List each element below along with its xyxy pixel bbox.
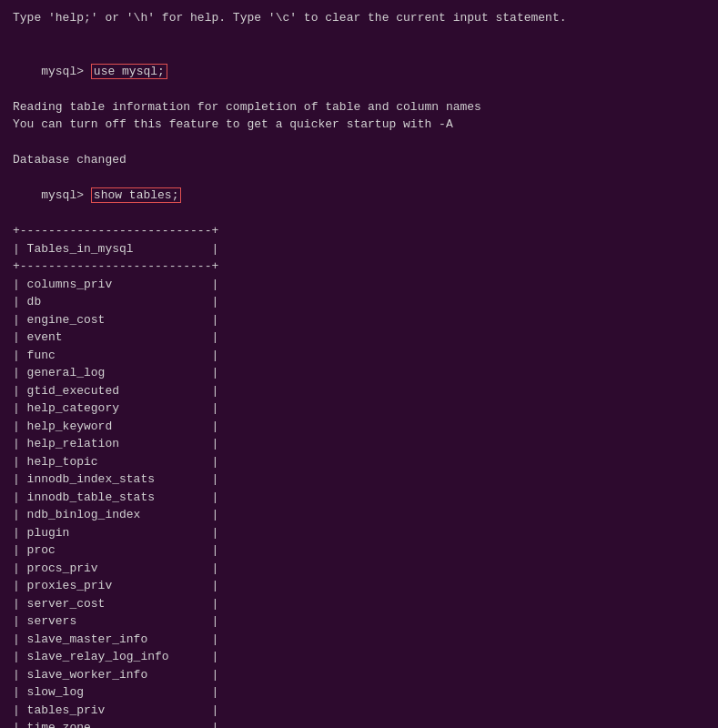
table-row: | help_category | [13, 399, 705, 418]
header-line: Type 'help;' or '\h' for help. Type '\c'… [13, 9, 705, 27]
prompt-line-2: mysql> show tables; [13, 169, 705, 223]
col-header: | Tables_in_mysql | [13, 240, 705, 258]
border-top: +---------------------------+ [13, 222, 705, 240]
table-row: | ndb_binlog_index | [13, 506, 705, 524]
table-row: | slave_master_info | [13, 631, 705, 649]
prompt-line-1: mysql> use mysql; [13, 45, 705, 98]
table-row: | servers | [13, 612, 705, 631]
table-row: | server_cost | [13, 595, 705, 613]
border-mid: +---------------------------+ [13, 258, 705, 276]
table-row: | func | [13, 347, 705, 365]
table-row: | slow_log | [13, 683, 705, 702]
table-rows: | columns_priv || db || engine_cost || e… [13, 276, 705, 729]
table-row: | general_log | [13, 364, 705, 382]
blank-line-2 [13, 134, 705, 152]
table-row: | help_relation | [13, 435, 705, 453]
command-1: use mysql; [91, 64, 167, 79]
table-row: | help_topic | [13, 453, 705, 471]
table-row: | gtid_executed | [13, 382, 705, 400]
table-row: | slave_worker_info | [13, 666, 705, 684]
table-row: | procs_priv | [13, 560, 705, 578]
table-row: | innodb_table_stats | [13, 489, 705, 507]
table-row: | slave_relay_log_info | [13, 648, 705, 666]
table-row: | proxies_priv | [13, 577, 705, 595]
blank-line-1 [13, 27, 705, 46]
table-row: | plugin | [13, 524, 705, 542]
table-row: | innodb_index_stats | [13, 470, 705, 489]
command-2: show tables; [91, 187, 182, 203]
db-changed: Database changed [13, 151, 705, 169]
info-line-1: Reading table information for completion… [13, 98, 705, 116]
prompt-1: mysql> [41, 65, 91, 78]
prompt-2: mysql> [41, 188, 91, 202]
table-row: | event | [13, 329, 705, 347]
table-row: | tables_priv | [13, 702, 705, 720]
terminal-container: Type 'help;' or '\h' for help. Type '\c'… [13, 9, 705, 728]
table-row: | time_zone | [13, 719, 705, 728]
info-line-2: You can turn off this feature to get a q… [13, 116, 705, 134]
table-row: | columns_priv | [13, 276, 705, 294]
table-row: | engine_cost | [13, 311, 705, 329]
table-row: | proc | [13, 541, 705, 560]
table-row: | help_keyword | [13, 418, 705, 436]
table-row: | db | [13, 293, 705, 311]
